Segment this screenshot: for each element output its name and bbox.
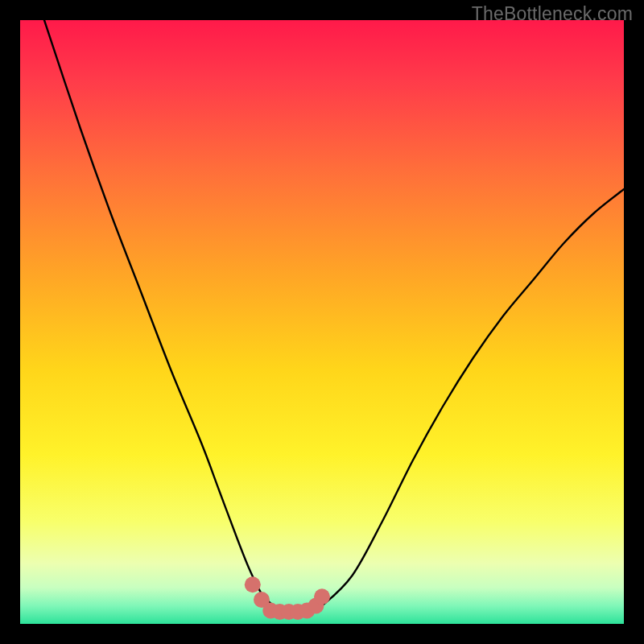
plot-area [20,20,624,624]
sweet-spot-dot [314,588,330,605]
sweet-spot-dot [245,576,261,592]
bottleneck-curve [20,20,624,624]
chart-frame: TheBottleneck.com [0,0,644,644]
